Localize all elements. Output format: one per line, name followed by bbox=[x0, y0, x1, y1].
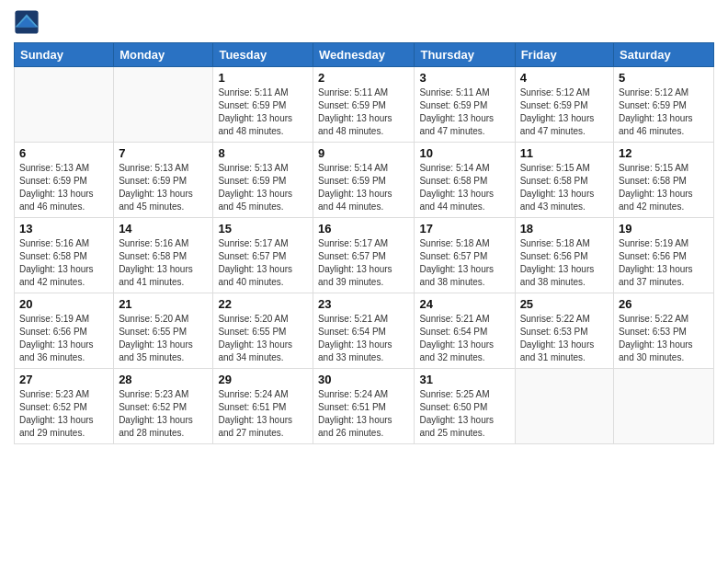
day-number: 31 bbox=[419, 373, 509, 386]
day-info: Sunrise: 5:13 AM Sunset: 6:59 PM Dayligh… bbox=[218, 162, 308, 213]
day-info: Sunrise: 5:17 AM Sunset: 6:57 PM Dayligh… bbox=[218, 237, 308, 289]
day-info: Sunrise: 5:19 AM Sunset: 6:56 PM Dayligh… bbox=[619, 237, 709, 289]
day-number: 13 bbox=[19, 222, 108, 236]
day-number: 30 bbox=[318, 373, 409, 386]
day-number: 8 bbox=[218, 146, 308, 160]
calendar-cell: 20Sunrise: 5:19 AM Sunset: 6:56 PM Dayli… bbox=[15, 293, 114, 369]
day-number: 10 bbox=[419, 146, 509, 160]
calendar-cell: 13Sunrise: 5:16 AM Sunset: 6:58 PM Dayli… bbox=[15, 218, 114, 293]
page: SundayMondayTuesdayWednesdayThursdayFrid… bbox=[0, 0, 728, 563]
calendar-cell: 16Sunrise: 5:17 AM Sunset: 6:57 PM Dayli… bbox=[313, 218, 415, 293]
day-number: 29 bbox=[218, 373, 308, 386]
day-number: 14 bbox=[119, 222, 208, 236]
calendar-cell: 12Sunrise: 5:15 AM Sunset: 6:58 PM Dayli… bbox=[614, 143, 714, 218]
day-info: Sunrise: 5:23 AM Sunset: 6:52 PM Dayligh… bbox=[19, 388, 108, 440]
day-info: Sunrise: 5:17 AM Sunset: 6:57 PM Dayligh… bbox=[318, 237, 409, 289]
weekday-header-wednesday: Wednesday bbox=[313, 43, 415, 67]
day-info: Sunrise: 5:13 AM Sunset: 6:59 PM Dayligh… bbox=[119, 162, 208, 213]
calendar-cell: 23Sunrise: 5:21 AM Sunset: 6:54 PM Dayli… bbox=[313, 293, 415, 369]
day-info: Sunrise: 5:11 AM Sunset: 6:59 PM Dayligh… bbox=[419, 86, 509, 138]
calendar-week-row: 1Sunrise: 5:11 AM Sunset: 6:59 PM Daylig… bbox=[15, 67, 714, 143]
day-number: 15 bbox=[218, 222, 308, 236]
calendar-cell bbox=[114, 67, 213, 143]
day-number: 23 bbox=[318, 297, 409, 311]
day-number: 6 bbox=[19, 146, 108, 160]
calendar-cell: 6Sunrise: 5:13 AM Sunset: 6:59 PM Daylig… bbox=[15, 143, 114, 218]
day-number: 12 bbox=[619, 146, 709, 160]
day-info: Sunrise: 5:15 AM Sunset: 6:58 PM Dayligh… bbox=[619, 162, 709, 213]
day-number: 2 bbox=[318, 71, 409, 85]
day-number: 25 bbox=[520, 297, 609, 311]
calendar-cell: 29Sunrise: 5:24 AM Sunset: 6:51 PM Dayli… bbox=[213, 369, 313, 444]
weekday-header-friday: Friday bbox=[515, 43, 613, 67]
day-number: 4 bbox=[520, 71, 609, 85]
day-info: Sunrise: 5:23 AM Sunset: 6:52 PM Dayligh… bbox=[119, 388, 208, 440]
calendar-cell: 19Sunrise: 5:19 AM Sunset: 6:56 PM Dayli… bbox=[614, 218, 714, 293]
calendar-week-row: 27Sunrise: 5:23 AM Sunset: 6:52 PM Dayli… bbox=[15, 369, 714, 444]
day-number: 7 bbox=[119, 146, 208, 160]
calendar-cell: 14Sunrise: 5:16 AM Sunset: 6:58 PM Dayli… bbox=[114, 218, 213, 293]
day-number: 24 bbox=[419, 297, 509, 311]
calendar-cell: 5Sunrise: 5:12 AM Sunset: 6:59 PM Daylig… bbox=[614, 67, 714, 143]
day-number: 9 bbox=[318, 146, 409, 160]
weekday-header-thursday: Thursday bbox=[415, 43, 515, 67]
calendar-cell bbox=[15, 67, 114, 143]
day-number: 19 bbox=[619, 222, 709, 236]
calendar-cell: 22Sunrise: 5:20 AM Sunset: 6:55 PM Dayli… bbox=[213, 293, 313, 369]
day-number: 16 bbox=[318, 222, 409, 236]
calendar-week-row: 20Sunrise: 5:19 AM Sunset: 6:56 PM Dayli… bbox=[15, 293, 714, 369]
calendar-cell: 18Sunrise: 5:18 AM Sunset: 6:56 PM Dayli… bbox=[515, 218, 613, 293]
day-number: 11 bbox=[520, 146, 609, 160]
calendar-cell: 11Sunrise: 5:15 AM Sunset: 6:58 PM Dayli… bbox=[515, 143, 613, 218]
calendar-cell: 31Sunrise: 5:25 AM Sunset: 6:50 PM Dayli… bbox=[415, 369, 515, 444]
day-number: 17 bbox=[419, 222, 509, 236]
calendar-cell: 9Sunrise: 5:14 AM Sunset: 6:59 PM Daylig… bbox=[313, 143, 415, 218]
day-number: 26 bbox=[619, 297, 709, 311]
weekday-header-tuesday: Tuesday bbox=[213, 43, 313, 67]
day-info: Sunrise: 5:14 AM Sunset: 6:59 PM Dayligh… bbox=[318, 162, 409, 213]
header bbox=[14, 9, 714, 35]
day-info: Sunrise: 5:15 AM Sunset: 6:58 PM Dayligh… bbox=[520, 162, 609, 213]
day-info: Sunrise: 5:22 AM Sunset: 6:53 PM Dayligh… bbox=[619, 313, 709, 364]
day-info: Sunrise: 5:11 AM Sunset: 6:59 PM Dayligh… bbox=[318, 86, 409, 138]
day-number: 3 bbox=[419, 71, 509, 85]
calendar-week-row: 6Sunrise: 5:13 AM Sunset: 6:59 PM Daylig… bbox=[15, 143, 714, 218]
day-info: Sunrise: 5:12 AM Sunset: 6:59 PM Dayligh… bbox=[520, 86, 609, 138]
day-info: Sunrise: 5:20 AM Sunset: 6:55 PM Dayligh… bbox=[218, 313, 308, 364]
day-number: 18 bbox=[520, 222, 609, 236]
weekday-header-row: SundayMondayTuesdayWednesdayThursdayFrid… bbox=[15, 43, 714, 67]
calendar-week-row: 13Sunrise: 5:16 AM Sunset: 6:58 PM Dayli… bbox=[15, 218, 714, 293]
calendar-cell: 25Sunrise: 5:22 AM Sunset: 6:53 PM Dayli… bbox=[515, 293, 613, 369]
day-info: Sunrise: 5:19 AM Sunset: 6:56 PM Dayligh… bbox=[19, 313, 108, 364]
day-number: 27 bbox=[19, 373, 108, 386]
day-number: 1 bbox=[218, 71, 308, 85]
calendar-cell: 7Sunrise: 5:13 AM Sunset: 6:59 PM Daylig… bbox=[114, 143, 213, 218]
day-info: Sunrise: 5:25 AM Sunset: 6:50 PM Dayligh… bbox=[419, 388, 509, 440]
day-info: Sunrise: 5:18 AM Sunset: 6:56 PM Dayligh… bbox=[520, 237, 609, 289]
calendar-cell: 27Sunrise: 5:23 AM Sunset: 6:52 PM Dayli… bbox=[15, 369, 114, 444]
calendar-cell: 4Sunrise: 5:12 AM Sunset: 6:59 PM Daylig… bbox=[515, 67, 613, 143]
calendar-cell: 2Sunrise: 5:11 AM Sunset: 6:59 PM Daylig… bbox=[313, 67, 415, 143]
day-info: Sunrise: 5:21 AM Sunset: 6:54 PM Dayligh… bbox=[419, 313, 509, 364]
calendar-cell: 21Sunrise: 5:20 AM Sunset: 6:55 PM Dayli… bbox=[114, 293, 213, 369]
calendar-cell: 8Sunrise: 5:13 AM Sunset: 6:59 PM Daylig… bbox=[213, 143, 313, 218]
calendar-cell: 1Sunrise: 5:11 AM Sunset: 6:59 PM Daylig… bbox=[213, 67, 313, 143]
day-number: 20 bbox=[19, 297, 108, 311]
day-number: 21 bbox=[119, 297, 208, 311]
day-info: Sunrise: 5:20 AM Sunset: 6:55 PM Dayligh… bbox=[119, 313, 208, 364]
day-number: 28 bbox=[119, 373, 208, 386]
day-info: Sunrise: 5:14 AM Sunset: 6:58 PM Dayligh… bbox=[419, 162, 509, 213]
calendar-cell bbox=[515, 369, 613, 444]
day-info: Sunrise: 5:24 AM Sunset: 6:51 PM Dayligh… bbox=[318, 388, 409, 440]
day-info: Sunrise: 5:12 AM Sunset: 6:59 PM Dayligh… bbox=[619, 86, 709, 138]
calendar-cell: 3Sunrise: 5:11 AM Sunset: 6:59 PM Daylig… bbox=[415, 67, 515, 143]
day-info: Sunrise: 5:18 AM Sunset: 6:57 PM Dayligh… bbox=[419, 237, 509, 289]
logo bbox=[14, 9, 43, 35]
calendar-cell: 15Sunrise: 5:17 AM Sunset: 6:57 PM Dayli… bbox=[213, 218, 313, 293]
calendar-cell: 24Sunrise: 5:21 AM Sunset: 6:54 PM Dayli… bbox=[415, 293, 515, 369]
calendar-cell: 30Sunrise: 5:24 AM Sunset: 6:51 PM Dayli… bbox=[313, 369, 415, 444]
calendar-cell bbox=[614, 369, 714, 444]
weekday-header-monday: Monday bbox=[114, 43, 213, 67]
weekday-header-sunday: Sunday bbox=[15, 43, 114, 67]
calendar-cell: 28Sunrise: 5:23 AM Sunset: 6:52 PM Dayli… bbox=[114, 369, 213, 444]
